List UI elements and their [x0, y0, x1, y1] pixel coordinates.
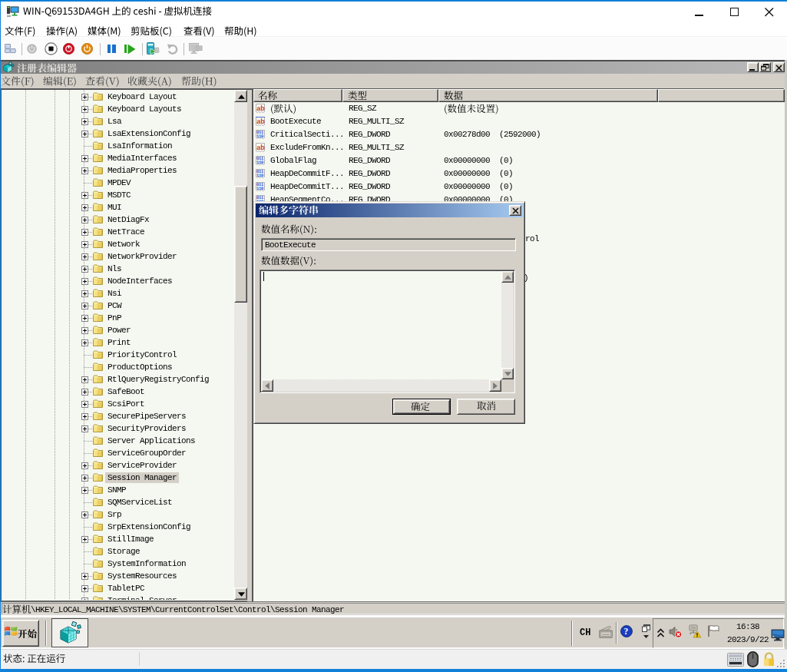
svg-text:?: ? [624, 627, 629, 636]
